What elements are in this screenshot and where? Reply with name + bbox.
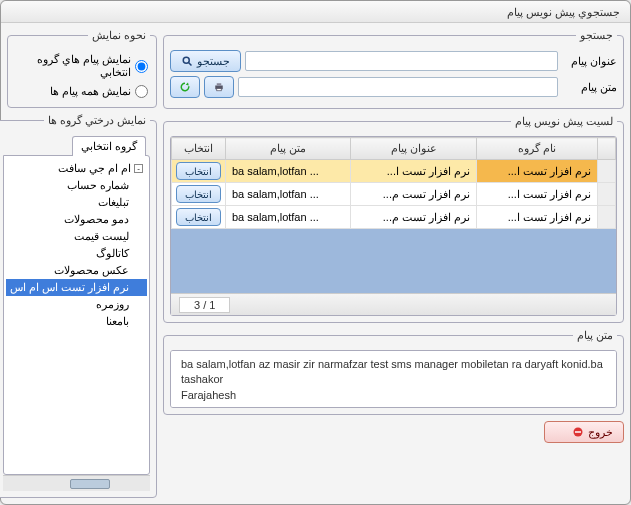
main-window: جستجوي پيش نويس پيام جستجو عنوان پيام جس… bbox=[0, 0, 631, 505]
cell-title: نرم افزار تست م... bbox=[351, 183, 477, 206]
col-select[interactable]: انتخاب bbox=[172, 138, 226, 160]
search-groupbox: جستجو عنوان پيام جستجو متن پيام bbox=[163, 29, 624, 109]
cell-title: نرم افزار تست م... bbox=[351, 206, 477, 229]
print-button[interactable] bbox=[204, 76, 234, 98]
tree-item[interactable]: دمو محصولات bbox=[6, 211, 147, 228]
cell-title: نرم افزار تست ا... bbox=[351, 160, 477, 183]
message-legend: متن پيام bbox=[573, 329, 617, 342]
input-title[interactable] bbox=[245, 51, 558, 71]
grid-legend: لسيت پيش نويس پيام bbox=[511, 115, 617, 128]
radio-all-messages[interactable]: نمايش همه پيام ها bbox=[14, 82, 150, 101]
grid-empty-area bbox=[171, 229, 616, 293]
label-title: عنوان پيام bbox=[562, 55, 617, 68]
tree-item[interactable]: كاتالوگ bbox=[6, 245, 147, 262]
search-icon bbox=[181, 55, 193, 67]
input-text[interactable] bbox=[238, 77, 558, 97]
tree-hscrollbar[interactable] bbox=[3, 475, 150, 491]
svg-rect-4 bbox=[217, 89, 222, 91]
exit-icon bbox=[572, 426, 584, 438]
display-mode-groupbox: نحوه نمايش نمايش پيام هاي گروه انتخابي ن… bbox=[7, 29, 157, 108]
row-select-button[interactable]: انتخاب bbox=[176, 208, 221, 226]
tree-root[interactable]: - ام ام جي سافت bbox=[6, 160, 147, 177]
messages-table[interactable]: نام گروه عنوان پيام متن پيام انتخاب نرم … bbox=[171, 137, 616, 229]
svg-rect-3 bbox=[217, 83, 222, 85]
message-text[interactable]: ba salam,lotfan az masir zir narmafzar t… bbox=[170, 350, 617, 408]
tree-legend: نمايش درختي گروه ها bbox=[44, 114, 150, 127]
tree-collapse-icon[interactable]: - bbox=[134, 164, 143, 173]
pager: 1 / 3 bbox=[171, 293, 616, 315]
col-text[interactable]: متن پيام bbox=[226, 138, 351, 160]
printer-icon bbox=[213, 81, 225, 93]
label-text: متن پيام bbox=[562, 81, 617, 94]
exit-button[interactable]: خروج bbox=[544, 421, 624, 443]
tree-groupbox: نمايش درختي گروه ها گروه انتخابي - ام ام… bbox=[0, 114, 157, 498]
col-group[interactable]: نام گروه bbox=[477, 138, 598, 160]
tree-item[interactable]: نرم افزار تست اس ام اس bbox=[6, 279, 147, 296]
search-button[interactable]: جستجو bbox=[170, 50, 241, 72]
table-row[interactable]: نرم افزار تست ا...نرم افزار تست م...ba s… bbox=[172, 206, 616, 229]
tab-selected-group[interactable]: گروه انتخابي bbox=[72, 136, 146, 156]
cell-text: ba salam,lotfan ... bbox=[226, 183, 351, 206]
radio-selected-group[interactable]: نمايش پيام هاي گروه انتخابي bbox=[14, 50, 150, 82]
svg-point-0 bbox=[183, 57, 189, 63]
tree-item[interactable]: روزمره bbox=[6, 296, 147, 313]
col-title[interactable]: عنوان پيام bbox=[351, 138, 477, 160]
table-row[interactable]: نرم افزار تست ا...نرم افزار تست ا...ba s… bbox=[172, 160, 616, 183]
tree-item[interactable]: بامعنا bbox=[6, 313, 147, 330]
group-tree[interactable]: - ام ام جي سافت شماره حسابتبليغاتدمو محص… bbox=[3, 155, 150, 475]
tree-item[interactable]: شماره حساب bbox=[6, 177, 147, 194]
tree-item[interactable]: ليست قيمت bbox=[6, 228, 147, 245]
cell-group: نرم افزار تست ا... bbox=[477, 206, 598, 229]
pager-text: 1 / 3 bbox=[179, 297, 230, 313]
row-select-button[interactable]: انتخاب bbox=[176, 162, 221, 180]
row-select-button[interactable]: انتخاب bbox=[176, 185, 221, 203]
refresh-icon bbox=[179, 81, 191, 93]
search-legend: جستجو bbox=[576, 29, 617, 42]
display-mode-legend: نحوه نمايش bbox=[88, 29, 150, 42]
cell-text: ba salam,lotfan ... bbox=[226, 160, 351, 183]
cell-group: نرم افزار تست ا... bbox=[477, 183, 598, 206]
window-title: جستجوي پيش نويس پيام bbox=[1, 1, 630, 23]
col-rowheader bbox=[598, 138, 616, 160]
refresh-button[interactable] bbox=[170, 76, 200, 98]
cell-text: ba salam,lotfan ... bbox=[226, 206, 351, 229]
svg-line-1 bbox=[189, 63, 192, 66]
tree-item[interactable]: تبليغات bbox=[6, 194, 147, 211]
message-groupbox: متن پيام ba salam,lotfan az masir zir na… bbox=[163, 329, 624, 415]
cell-group: نرم افزار تست ا... bbox=[477, 160, 598, 183]
tree-item[interactable]: عكس محصولات bbox=[6, 262, 147, 279]
grid-groupbox: لسيت پيش نويس پيام نام گروه عنوان پيام م… bbox=[163, 115, 624, 323]
svg-rect-6 bbox=[575, 431, 581, 433]
table-row[interactable]: نرم افزار تست ا...نرم افزار تست م...ba s… bbox=[172, 183, 616, 206]
